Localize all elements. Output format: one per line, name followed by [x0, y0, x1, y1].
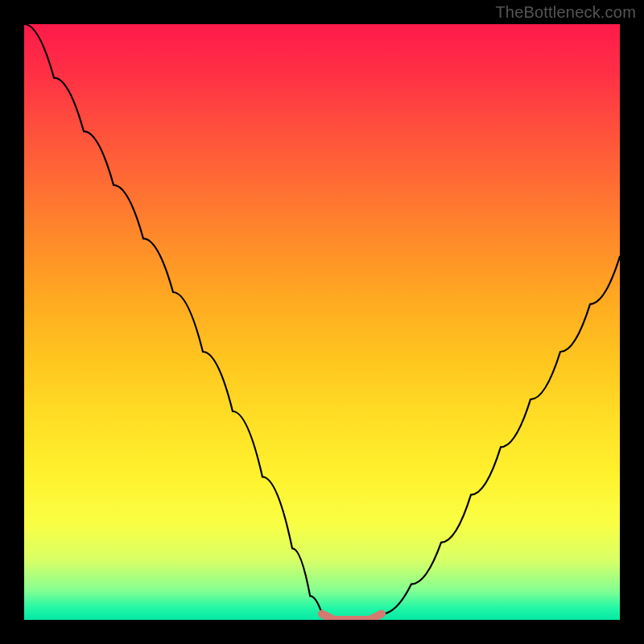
optimal-band-path: [322, 614, 382, 620]
bottleneck-curve-path: [24, 24, 620, 620]
chart-frame: TheBottleneck.com: [0, 0, 644, 644]
watermark-text: TheBottleneck.com: [495, 3, 636, 22]
chart-svg: [24, 24, 620, 620]
plot-area: [24, 24, 620, 620]
